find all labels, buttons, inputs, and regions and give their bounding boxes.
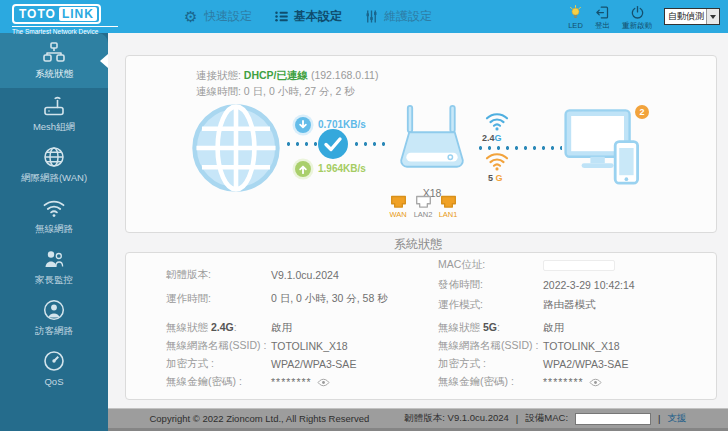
sidebar-item-label: 網際網路(WAN) (21, 172, 87, 185)
wireless-key-masked: ******** (271, 376, 312, 388)
connected-check-icon (318, 129, 348, 159)
security-label: 加密方式 : (438, 357, 543, 371)
sliders-icon (364, 9, 379, 24)
client-count-badge: 2 (635, 105, 649, 119)
top-header: TOTO LINK The Smartest Network Device ⚙ … (0, 0, 728, 33)
band-24g-label: 2.4G (482, 133, 502, 143)
footer-copyright: Copyright © 2022 Zioncom Ltd., All Right… (149, 413, 369, 424)
connection-uptime-label: 連線時間: (196, 85, 241, 97)
mesh-router-icon (42, 94, 66, 118)
sidebar-item-wan[interactable]: 網際網路(WAN) (0, 139, 108, 190)
uptime-value: 0 日, 0 小時, 30 分, 58 秒 (271, 292, 388, 306)
sidebar-item-label: Mesh組網 (33, 121, 75, 134)
tab-advanced-settings[interactable]: 維護設定 (364, 8, 432, 25)
footer-separator: | (516, 413, 518, 424)
footer-device-mac-label: 設備MAC: (525, 412, 568, 425)
wireless-status-value: 啟用 (271, 321, 292, 335)
wireless-5g-section: 無線狀態 5G: 啟用 無線網路名稱(SSID) : TOTOLINK_X18 … (438, 319, 628, 391)
wireless-status-label: 無線狀態 2.4G: (166, 321, 271, 335)
upload-arrow-icon (292, 158, 314, 180)
band-5g-label: 5 G (488, 173, 503, 183)
led-toggle-button[interactable]: LED (568, 5, 583, 30)
operation-mode-label: 運作模式: (438, 298, 543, 312)
system-info-left: 韌體版本: V9.1.0cu.2024 運作時間: 0 日, 0 小時, 30 … (166, 263, 388, 311)
language-select[interactable]: 自動偵測 (664, 8, 720, 25)
uptime-label: 運作時間: (166, 292, 271, 306)
firmware-label: 韌體版本: (166, 268, 271, 282)
connection-status-card: 連接狀態: DHCP/已連線 (192.168.0.11) 連線時間: 0 日,… (125, 55, 717, 233)
logout-label: 登出 (595, 21, 610, 31)
port-label: WAN (389, 210, 406, 219)
port-label: LAN2 (414, 210, 433, 219)
led-label: LED (568, 21, 583, 30)
ethernet-port-icon (415, 195, 432, 209)
restart-power-icon (630, 5, 645, 20)
release-date-value: 2022-3-29 10:42:14 (543, 279, 635, 291)
tab-basic-settings[interactable]: 基本設定 (274, 8, 342, 25)
logo-brand-left: TOTO (19, 7, 56, 21)
sidebar-item-qos[interactable]: QoS (0, 343, 108, 392)
tab-label: 快速設定 (204, 8, 252, 25)
tab-quick-setup[interactable]: ⚙ 快速設定 (184, 8, 252, 25)
firmware-value: V9.1.0cu.2024 (271, 269, 339, 281)
security-label: 加密方式 : (166, 357, 271, 371)
ethernet-port-icon (390, 195, 407, 209)
sidebar-item-wireless[interactable]: 無線網路 (0, 190, 108, 241)
port-lan1: LAN1 (439, 195, 457, 219)
sidebar-item-system-status[interactable]: 系統狀態 (0, 33, 108, 88)
logout-button[interactable]: 登出 (595, 5, 610, 31)
system-info-right: MAC位址: 發佈時間: 2022-3-29 10:42:14 運作模式: 路由… (438, 255, 635, 315)
port-label: LAN1 (439, 210, 458, 219)
sidebar-item-mesh[interactable]: Mesh組網 (0, 88, 108, 139)
wan-link-dots (352, 142, 385, 146)
footer-bar: Copyright © 2022 Zioncom Ltd., All Right… (108, 408, 728, 431)
tab-label: 維護設定 (384, 8, 432, 25)
wifi-5g-icon (484, 152, 510, 171)
wireless-key-masked: ******** (543, 376, 584, 388)
wireless-status-value: 啟用 (543, 321, 564, 335)
topology-icon (42, 41, 66, 65)
wireless-link-dots (476, 146, 562, 150)
sidebar-nav: 系統狀態 Mesh組網 網際網路(WAN) (0, 33, 108, 431)
show-password-eye-icon[interactable] (589, 378, 602, 387)
connection-status-label: 連接狀態: (196, 69, 241, 81)
sidebar-item-label: 系統狀態 (35, 68, 73, 81)
internet-globe-icon (190, 102, 282, 194)
logo-brand-right: LINK (59, 7, 97, 21)
connection-uptime-value: 0 日, 0 小時, 27 分, 2 秒 (244, 85, 355, 97)
sidebar-item-label: 家長監控 (35, 274, 73, 287)
wifi-24g-icon (484, 112, 510, 131)
dropdown-arrow-icon (706, 9, 719, 24)
system-status-title: 系統狀態 (108, 236, 728, 253)
download-arrow-icon (292, 114, 314, 136)
router-icon (399, 104, 465, 184)
ssid-value: TOTOLINK_X18 (271, 340, 348, 352)
main-nav: ⚙ 快速設定 基本設定 維護設定 (184, 8, 432, 25)
mac-address-redacted (543, 260, 615, 271)
mac-address-label: MAC位址: (438, 258, 543, 272)
restart-button[interactable]: 重新啟動 (622, 5, 652, 31)
speedometer-icon (42, 349, 66, 373)
wan-link-dots (284, 142, 317, 146)
sidebar-item-label: QoS (44, 376, 63, 387)
ssid-label: 無線網路名稱(SSID) : (166, 339, 271, 353)
restart-label: 重新啟動 (622, 21, 652, 31)
client-devices-icon (564, 108, 644, 188)
footer-separator: | (658, 413, 660, 424)
security-value: WPA2/WPA3-SAE (271, 358, 356, 370)
upload-speed: 1.964KB/s (318, 163, 366, 174)
ports-row: WAN LAN2 LAN1 (389, 195, 457, 219)
globe-icon (42, 145, 66, 169)
sidebar-item-parental-control[interactable]: 家長監控 (0, 241, 108, 292)
parental-control-icon (42, 247, 66, 271)
show-password-eye-icon[interactable] (317, 378, 330, 387)
sidebar-item-guest-network[interactable]: 訪客網路 (0, 292, 108, 343)
release-date-label: 發佈時間: (438, 278, 543, 292)
wireless-key-label: 無線金鑰(密碼) : (438, 375, 543, 389)
connection-ip: (192.168.0.11) (311, 69, 379, 81)
tab-label: 基本設定 (294, 8, 342, 25)
support-link[interactable]: 支援 (668, 412, 687, 425)
connection-status-value: DHCP/已連線 (244, 69, 308, 81)
system-status-card: 韌體版本: V9.1.0cu.2024 運作時間: 0 日, 0 小時, 30 … (125, 252, 717, 400)
guest-network-icon (42, 298, 66, 322)
